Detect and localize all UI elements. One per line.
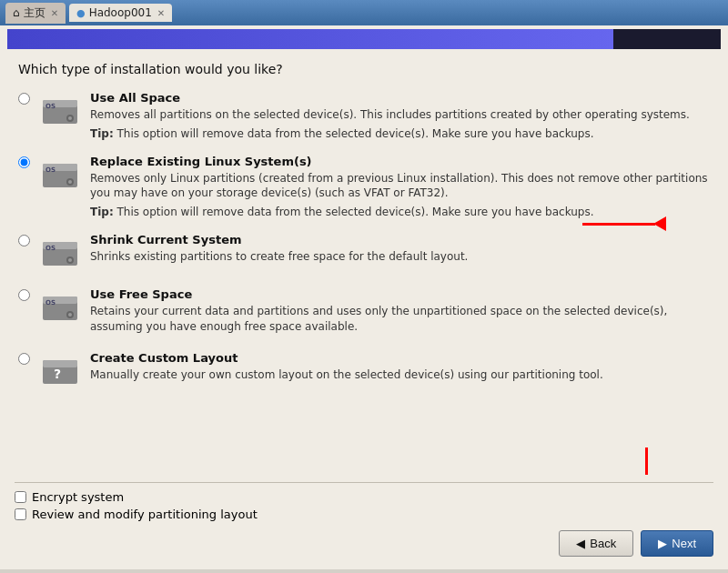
svg-text:?: ?	[54, 367, 61, 381]
radio-col-1	[18, 91, 30, 107]
svg-point-9	[68, 180, 72, 184]
svg-text:OS: OS	[46, 166, 56, 174]
radio-col-3	[18, 233, 30, 249]
radio-col-4	[18, 287, 30, 304]
option-shrink-current: OS Shrink Current System Shrinks existin…	[18, 233, 710, 275]
option-desc-3: Shrinks existing partitions to create fr…	[90, 249, 710, 265]
tab-hadoop-close[interactable]: ✕	[157, 8, 165, 18]
back-button[interactable]: ◀ Back	[559, 530, 633, 557]
option-title-4: Use Free Space	[90, 287, 710, 301]
progress-bar-fill	[7, 29, 613, 49]
option-desc-5: Manually create your own custom layout o…	[90, 367, 710, 383]
option-use-free-space: OS Use Free Space Retains your current d…	[18, 287, 710, 338]
separator	[15, 482, 713, 483]
button-row: ◀ Back ▶ Next	[15, 530, 713, 562]
radio-col-5	[18, 351, 30, 367]
option-title-2: Replace Existing Linux System(s)	[90, 155, 710, 168]
text-col-1: Use All Space Removes all partitions on …	[90, 91, 710, 142]
svg-text:OS: OS	[46, 103, 56, 110]
radio-replace-existing[interactable]	[18, 156, 30, 168]
text-col-3: Shrink Current System Shrinks existing p…	[90, 233, 710, 268]
svg-point-19	[68, 313, 72, 317]
disk-icon-5: ?	[41, 353, 79, 391]
radio-create-custom[interactable]	[18, 353, 30, 365]
checkbox-encrypt-label: Encrypt system	[32, 490, 124, 504]
bottom-section: Encrypt system Review and modify partiti…	[0, 475, 728, 569]
disk-icon-2: OS	[41, 156, 79, 195]
disk-icon-col-4: OS	[39, 287, 81, 329]
page-question: Which type of installation would you lik…	[18, 62, 710, 76]
checkbox-row-review: Review and modify partitioning layout	[15, 508, 713, 521]
disk-icon-col-3: OS	[39, 233, 81, 275]
svg-text:OS: OS	[46, 245, 56, 252]
back-label: Back	[590, 537, 616, 550]
text-col-5: Create Custom Layout Manually create you…	[90, 351, 710, 387]
disk-icon-col-2: OS	[39, 155, 81, 196]
disk-icon-4: OS	[41, 289, 79, 327]
svg-point-4	[68, 116, 72, 120]
svg-text:OS: OS	[46, 299, 56, 307]
titlebar: ⌂ 主页 ✕ ● Hadoop001 ✕	[0, 0, 728, 25]
option-desc-1: Removes all partitions on the selected d…	[90, 107, 710, 123]
checkbox-review[interactable]	[15, 508, 26, 520]
red-arrow-left	[582, 216, 666, 231]
tab-home[interactable]: ⌂ 主页 ✕	[5, 3, 66, 24]
radio-shrink-current[interactable]	[18, 235, 30, 246]
disk-icon-col-5: ?	[39, 351, 81, 393]
tab-hadoop[interactable]: ● Hadoop001 ✕	[69, 4, 172, 22]
checkbox-encrypt[interactable]	[15, 491, 26, 503]
next-icon: ▶	[658, 537, 667, 550]
main-content: Which type of installation would you lik…	[4, 49, 724, 418]
checkbox-review-label: Review and modify partitioning layout	[32, 508, 258, 521]
text-col-4: Use Free Space Retains your current data…	[90, 287, 710, 338]
disk-icon-col-1: OS	[39, 91, 81, 133]
option-tip-1: Tip: This option will remove data from t…	[90, 126, 710, 142]
red-arrow-line	[582, 223, 655, 226]
option-create-custom: ? Create Custom Layout Manually create y…	[18, 351, 710, 393]
progress-bar-container	[7, 29, 721, 49]
back-icon: ◀	[576, 537, 585, 550]
next-button[interactable]: ▶ Next	[641, 530, 713, 557]
option-title-5: Create Custom Layout	[90, 351, 710, 365]
option-replace-existing: OS Replace Existing Linux System(s) Remo…	[18, 155, 710, 220]
option-use-all-space: OS Use All Space Removes all partitions …	[18, 91, 710, 142]
option-title-3: Shrink Current System	[90, 233, 710, 246]
radio-use-free-space[interactable]	[18, 289, 30, 301]
radio-use-all-space[interactable]	[18, 93, 30, 105]
svg-point-14	[68, 258, 72, 262]
option-title-1: Use All Space	[90, 91, 710, 105]
tab-hadoop-label: Hadoop001	[89, 6, 152, 19]
tab-home-close[interactable]: ✕	[51, 8, 58, 18]
option-desc-4: Retains your current data and partitions…	[90, 304, 710, 335]
checkboxes: Encrypt system Review and modify partiti…	[15, 490, 713, 521]
option-desc-2: Removes only Linux partitions (created f…	[90, 171, 710, 202]
disk-icon-3: OS	[41, 235, 79, 273]
red-arrow-head	[653, 216, 666, 231]
content-wrapper: Which type of installation would you lik…	[0, 25, 728, 569]
radio-col-2	[18, 155, 30, 171]
text-col-2: Replace Existing Linux System(s) Removes…	[90, 155, 710, 220]
tab-home-label: 主页	[24, 5, 46, 21]
next-label: Next	[672, 537, 696, 550]
checkbox-row-encrypt: Encrypt system	[15, 490, 713, 504]
disk-icon-1: OS	[41, 93, 79, 131]
